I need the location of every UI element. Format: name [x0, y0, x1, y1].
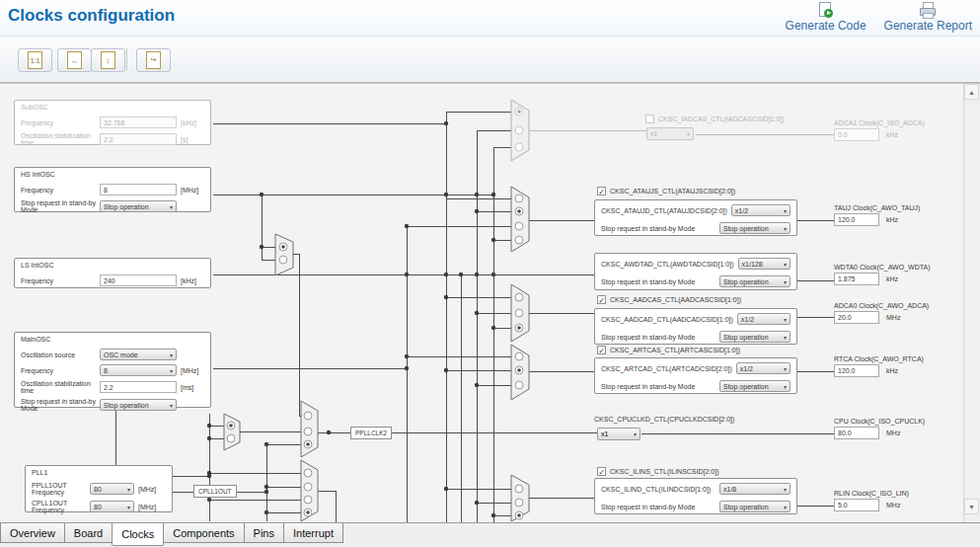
rlin-clock-unit: MHz — [886, 502, 900, 508]
rlin-clock-value: 5.0 — [834, 499, 879, 511]
aadcas-enable-row: ✓ CKSC_AADCAS_CTL(AADCASCSID[1:0]) — [597, 295, 741, 304]
mux-artcas[interactable] — [511, 345, 529, 400]
adca1-clock-output: ADCA1 Clock(C_ISO_ADCA) 0.0 kHz — [834, 119, 925, 141]
chevron-down-icon: ▾ — [127, 504, 130, 510]
mainosc-source-select[interactable]: OSC mode ▾ — [100, 349, 177, 360]
subosc-frequency-input[interactable] — [100, 117, 177, 128]
ls-intosc-title: LS IntOSC — [21, 262, 204, 271]
chevron-down-icon: ▾ — [784, 486, 787, 493]
aadcas-divider-box: CKSC_AADCAD_CTL(AADCADCSID[1:0]) x1/2 ▾ … — [594, 308, 797, 345]
mainosc-stab-input[interactable] — [100, 381, 177, 393]
rlin-clock-output: RLIN Clock(C_ISO_LIN) 5.0 MHz — [834, 490, 909, 511]
aadcas-divider-label: CKSC_AADCAD_CTL(AADCADCSID[1:0]) — [601, 316, 737, 323]
cpll1out-frequency-select[interactable]: 80 ▾ — [90, 501, 134, 512]
ilins-standby-select[interactable]: Stop operation ▾ — [719, 501, 791, 512]
chevron-down-icon: ▾ — [170, 402, 173, 409]
ppll1out-frequency-select[interactable]: 80 ▾ — [90, 483, 134, 495]
ilins-standby-label: Stop request in stand-by Mode — [601, 504, 719, 510]
chevron-down-icon: ▾ — [127, 486, 130, 493]
chevron-down-icon: ▾ — [784, 365, 787, 372]
ls-intosc-box: LS IntOSC Frequency [kHz] — [14, 258, 211, 288]
tab-board[interactable]: Board — [65, 523, 113, 543]
scroll-up-arrow[interactable]: ▲ — [964, 84, 979, 100]
ilins-enable-row: ✓ CKSC_ILINS_CTL(ILINSCSID[2:0]) — [597, 467, 718, 476]
chevron-down-icon: ▾ — [170, 352, 173, 358]
mux-hs-select[interactable] — [275, 234, 293, 275]
subosc-stab-label: Oscillation stabilization time — [21, 132, 100, 146]
mux-cpllclk[interactable] — [301, 460, 318, 521]
mainosc-standby-select[interactable]: Stop operation ▾ — [100, 399, 177, 411]
wdta0-clock-value: 1.875 — [834, 273, 879, 285]
ataujs-checkbox[interactable]: ✓ — [597, 187, 606, 195]
zoom-one-to-one-button[interactable]: 1:1 — [18, 48, 52, 72]
iadcas-checkbox[interactable] — [645, 115, 654, 123]
ls-intosc-frequency-unit: [kHz] — [181, 277, 204, 284]
artcas-divider-label: CKSC_ARTCAD_CTL(ARTCADCSID[2:0]) — [601, 365, 736, 372]
subosc-title: SubOSC — [21, 104, 204, 113]
chevron-down-icon: ▾ — [784, 225, 787, 232]
adca0-clock-label: ADCA0 Clock(C_AWO_ADCA) — [834, 302, 929, 309]
rtca-clock-output: RTCA Clock(C_AWO_RTCA) 120.0 kHz — [834, 355, 924, 377]
artcas-standby-select[interactable]: Stop operation ▾ — [719, 380, 791, 392]
aadcas-checkbox[interactable]: ✓ — [597, 295, 606, 304]
tab-clocks[interactable]: Clocks — [112, 523, 164, 546]
generate-report-button[interactable]: Generate Report — [884, 2, 972, 33]
tab-interrupt[interactable]: Interrupt — [284, 523, 343, 543]
mainosc-frequency-select[interactable]: 8 ▾ — [100, 364, 177, 376]
ataujs-standby-select[interactable]: Stop operation ▾ — [719, 222, 791, 234]
ataujs-divider-select[interactable]: x1/2 ▾ — [731, 204, 791, 216]
chevron-down-icon: ▾ — [784, 504, 787, 510]
awdtad-standby-label: Stop request in stand-by Mode — [601, 278, 719, 285]
rtca-clock-unit: kHz — [886, 367, 898, 374]
artcas-checkbox[interactable]: ✓ — [597, 346, 606, 354]
chevron-down-icon: ▾ — [784, 316, 787, 323]
aadcas-divider-select[interactable]: x1/2 ▾ — [737, 313, 791, 325]
ilins-checkbox[interactable]: ✓ — [597, 467, 606, 476]
hs-intosc-standby-label: Stop request in stand-by Mode — [21, 199, 100, 213]
generate-code-button[interactable]: Generate Code — [786, 2, 867, 33]
tauj-clock-label: TAUJ Clock(C_AWO_TAUJ) — [834, 204, 920, 211]
chevron-down-icon: ▾ — [784, 334, 787, 341]
tab-pins[interactable]: Pins — [245, 523, 284, 543]
iadcas-select[interactable]: x1 ▾ — [646, 127, 694, 140]
generate-code-icon — [818, 2, 833, 18]
artcas-enable-row: ✓ CKSC_ARTCAS_CTL(ARTCASCSID[1:0]) — [597, 346, 740, 354]
cpuclkd-select[interactable]: x1 ▾ — [597, 428, 641, 440]
ls-intosc-frequency-label: Frequency — [21, 277, 100, 284]
mux-ilins[interactable] — [511, 475, 529, 521]
ilins-divider-select[interactable]: x1/8 ▾ — [719, 483, 791, 495]
rtca-clock-label: RTCA Clock(C_AWO_RTCA) — [834, 355, 924, 362]
hs-intosc-box: HS IntOSC Frequency [MHz] Stop request i… — [14, 167, 211, 212]
tab-components[interactable]: Components — [164, 523, 244, 543]
ataujs-standby-label: Stop request in stand-by Mode — [601, 225, 719, 232]
mainosc-frequency-label: Frequency — [21, 367, 100, 374]
aadcas-standby-select[interactable]: Stop operation ▾ — [719, 331, 791, 343]
hs-intosc-standby-select[interactable]: Stop operation ▾ — [100, 200, 177, 212]
awdtad-divider-select[interactable]: x1/128 ▾ — [738, 258, 791, 270]
mux-pll-select[interactable] — [224, 414, 240, 450]
fit-vertical-button[interactable]: ↕ — [91, 48, 125, 72]
ls-intosc-frequency-input[interactable] — [100, 274, 177, 286]
artcas-divider-select[interactable]: x1/2 ▾ — [736, 362, 791, 374]
generate-report-label: Generate Report — [884, 19, 972, 33]
ppll1out-frequency-label: PPLL1OUT Frequency — [32, 482, 90, 496]
hs-intosc-title: HS IntOSC — [21, 171, 204, 180]
subosc-stab-input[interactable] — [100, 133, 177, 145]
mux-ataujs[interactable] — [511, 187, 529, 252]
mainosc-stab-unit: [ms] — [181, 384, 204, 391]
chevron-down-icon: ▾ — [784, 278, 787, 285]
awdtad-standby-select[interactable]: Stop operation ▾ — [719, 275, 791, 287]
hs-intosc-frequency-input[interactable] — [100, 184, 177, 195]
mux-aadcas[interactable] — [511, 284, 529, 342]
vertical-scrollbar[interactable]: ▲ ▼ — [963, 84, 980, 524]
artcas-standby-label: Stop request in stand-by Mode — [601, 383, 719, 390]
chevron-down-icon: ▾ — [784, 383, 787, 390]
tab-overview[interactable]: Overview — [0, 523, 65, 543]
scroll-down-arrow[interactable]: ▼ — [964, 499, 979, 514]
mux-iadcas[interactable] — [511, 100, 529, 161]
mux-ppllclk2[interactable] — [301, 401, 318, 457]
export-image-button[interactable]: ↪ — [136, 48, 171, 72]
fit-horizontal-button[interactable]: ↔ — [57, 48, 92, 72]
aadcas-standby-label: Stop request in stand-by Mode — [601, 334, 719, 341]
header: Clocks configuration Generate Code Gener… — [0, 0, 980, 37]
